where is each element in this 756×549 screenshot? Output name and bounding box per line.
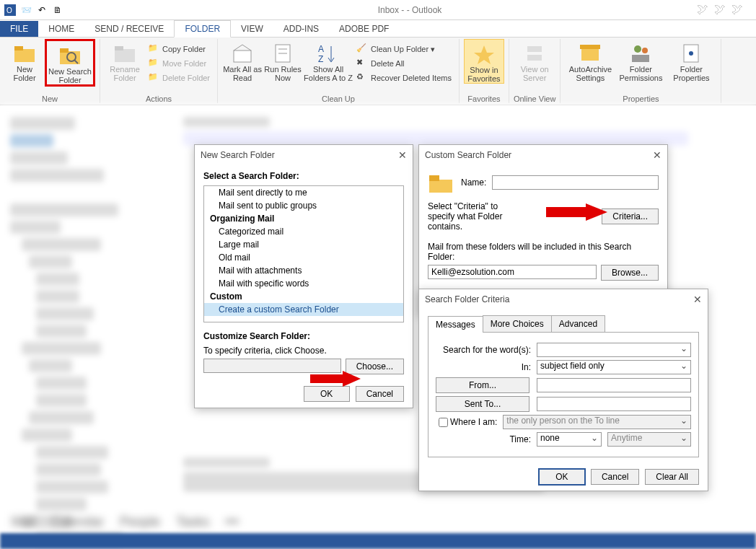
view-on-server-button: View on Server bbox=[514, 39, 555, 82]
list-item[interactable]: Old mail bbox=[204, 251, 403, 264]
svg-marker-30 bbox=[546, 203, 607, 221]
annotation-arrow-choose bbox=[310, 371, 361, 389]
status-bar bbox=[0, 533, 756, 549]
dialog-title: Custom Search Folder bbox=[425, 150, 511, 160]
window-title: Inbox - - Outlook bbox=[66, 5, 753, 15]
svg-rect-20 bbox=[581, 48, 599, 61]
tab-more-choices[interactable]: More Choices bbox=[483, 315, 552, 332]
close-icon[interactable]: ✕ bbox=[693, 294, 702, 305]
list-item[interactable]: Mail sent directly to me bbox=[204, 186, 403, 199]
run-rules-button[interactable]: Run Rules Now bbox=[263, 39, 303, 82]
cleanup-folder-button[interactable]: 🧹Clean Up Folder ▾ bbox=[353, 42, 454, 56]
sent-to-input[interactable] bbox=[537, 397, 691, 411]
ribbon-tabs: FILE HOME SEND / RECEIVE FOLDER VIEW ADD… bbox=[0, 20, 756, 38]
show-all-az-button[interactable]: AZ Show All Folders A to Z bbox=[303, 39, 353, 82]
svg-point-26 bbox=[689, 51, 693, 56]
criteria-button[interactable]: Criteria... bbox=[602, 208, 659, 224]
dialog-new-search-folder: New Search Folder ✕ Select a Search Fold… bbox=[194, 144, 413, 408]
outlook-icon: O bbox=[3, 3, 17, 17]
search-words-input[interactable] bbox=[537, 343, 691, 357]
in-label: In: bbox=[436, 362, 537, 372]
close-icon[interactable]: ✕ bbox=[398, 149, 407, 161]
tab-addins[interactable]: ADD-INS bbox=[273, 21, 329, 37]
list-item[interactable]: Mail sent to public groups bbox=[204, 199, 403, 212]
autoarchive-button[interactable]: AutoArchive Settings bbox=[565, 39, 615, 82]
dialog-title: New Search Folder bbox=[201, 150, 275, 160]
qat-new-icon[interactable]: 🗎 bbox=[50, 3, 65, 17]
list-item[interactable]: Mail with attachments bbox=[204, 264, 403, 277]
ribbon-group-online: View on Server Online View bbox=[509, 39, 561, 103]
mark-all-read-button[interactable]: Mark All as Read bbox=[222, 39, 263, 82]
search-folder-list[interactable]: Mail sent directly to me Mail sent to pu… bbox=[203, 185, 404, 322]
folder-permissions-button[interactable]: Folder Permissions bbox=[615, 39, 666, 82]
from-button[interactable]: From... bbox=[436, 377, 529, 393]
list-item[interactable]: Mail with specific words bbox=[204, 277, 403, 290]
tab-adobe[interactable]: ADOBE PDF bbox=[329, 21, 399, 37]
tab-view[interactable]: VIEW bbox=[231, 21, 273, 37]
folder-icon bbox=[13, 42, 36, 65]
qat-undo-icon[interactable]: ↶ bbox=[35, 3, 49, 17]
svg-rect-21 bbox=[580, 45, 600, 49]
close-icon[interactable]: ✕ bbox=[653, 149, 662, 161]
qat-send-icon[interactable]: 📨 bbox=[19, 3, 33, 17]
delete-icon: 📁 bbox=[148, 72, 159, 84]
recover-deleted-button[interactable]: ♻Recover Deleted Items bbox=[353, 71, 454, 85]
svg-text:Z: Z bbox=[318, 54, 323, 64]
show-in-favorites-button[interactable]: Show in Favorites bbox=[464, 39, 504, 84]
tab-messages[interactable]: Messages bbox=[428, 316, 483, 333]
folder-rename-icon bbox=[113, 42, 136, 65]
list-header: Organizing Mail bbox=[204, 212, 403, 225]
broom-icon: 🧹 bbox=[356, 43, 368, 55]
svg-rect-3 bbox=[14, 46, 23, 50]
list-item-custom-search[interactable]: Create a custom Search Folder bbox=[204, 303, 403, 316]
sent-to-button[interactable]: Sent To... bbox=[436, 396, 529, 412]
where-dropdown: the only person on the To line bbox=[503, 415, 691, 429]
list-item[interactable]: Categorized mail bbox=[204, 225, 403, 238]
anytime-dropdown: Anytime bbox=[607, 432, 691, 447]
search-words-label: Search for the word(s): bbox=[436, 345, 537, 355]
list-item[interactable]: Large mail bbox=[204, 238, 403, 251]
folder-properties-button[interactable]: Folder Properties bbox=[666, 39, 716, 82]
customize-label: Customize Search Folder: bbox=[203, 331, 404, 341]
recover-icon: ♻ bbox=[356, 72, 368, 84]
sort-az-icon: AZ bbox=[317, 42, 340, 65]
tab-home[interactable]: HOME bbox=[38, 21, 84, 37]
svg-text:O: O bbox=[6, 6, 12, 14]
svg-rect-18 bbox=[527, 46, 542, 52]
cancel-button[interactable]: Cancel bbox=[356, 386, 404, 402]
rules-icon bbox=[271, 42, 294, 65]
copy-folder-button[interactable]: 📁Copy Folder bbox=[145, 42, 213, 56]
copy-icon: 📁 bbox=[148, 43, 159, 55]
name-input[interactable] bbox=[492, 175, 659, 190]
svg-rect-29 bbox=[429, 175, 439, 181]
svg-rect-2 bbox=[14, 49, 35, 62]
server-icon bbox=[523, 42, 546, 65]
folder-path-display: Kelli@ezsolution.com bbox=[428, 265, 597, 279]
svg-marker-17 bbox=[474, 45, 494, 64]
list-header: Custom bbox=[204, 290, 403, 303]
new-search-folder-button[interactable]: New Search Folder bbox=[45, 39, 95, 87]
from-input[interactable] bbox=[537, 378, 691, 392]
svg-text:A: A bbox=[318, 44, 324, 54]
in-dropdown[interactable]: subject field only bbox=[537, 360, 691, 374]
tab-advanced[interactable]: Advanced bbox=[551, 315, 605, 332]
svg-rect-19 bbox=[527, 55, 542, 61]
tab-folder[interactable]: FOLDER bbox=[174, 20, 231, 38]
where-i-am-checkbox[interactable] bbox=[439, 418, 448, 427]
annotation-arrow-criteria bbox=[546, 203, 607, 223]
tab-sendreceive[interactable]: SEND / RECEIVE bbox=[84, 21, 174, 37]
star-icon bbox=[472, 43, 496, 66]
delete-folder-button: 📁Delete Folder bbox=[145, 71, 213, 85]
cancel-button[interactable]: Cancel bbox=[591, 469, 639, 485]
included-folders-text: Mail from these folders will be included… bbox=[428, 242, 659, 262]
browse-button[interactable]: Browse... bbox=[601, 265, 659, 281]
svg-marker-27 bbox=[310, 371, 361, 387]
new-folder-button[interactable]: New Folder bbox=[4, 39, 45, 82]
tab-file[interactable]: FILE bbox=[0, 21, 38, 37]
time-dropdown[interactable]: none bbox=[537, 432, 602, 447]
ok-button[interactable]: OK bbox=[539, 469, 585, 485]
delete-all-icon: ✖ bbox=[356, 58, 368, 69]
permissions-icon bbox=[629, 42, 652, 65]
delete-all-button[interactable]: ✖Delete All bbox=[353, 56, 454, 71]
clear-all-button[interactable]: Clear All bbox=[645, 469, 699, 485]
